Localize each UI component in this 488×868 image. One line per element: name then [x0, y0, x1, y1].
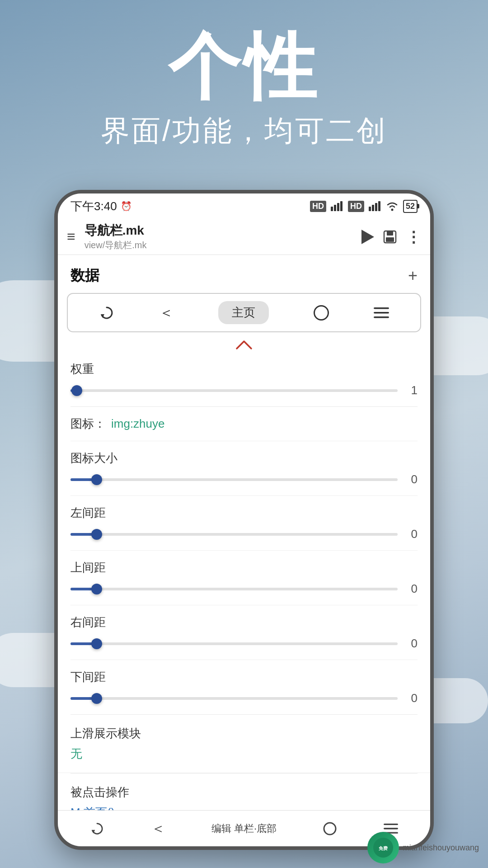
svg-rect-11	[387, 231, 393, 236]
weight-value: 1	[405, 383, 418, 397]
right-gap-value: 0	[405, 637, 418, 651]
slide-module-section: 上滑展示模块 无	[58, 715, 430, 773]
signal-bars-icon	[331, 201, 343, 211]
top-gap-row: 上间距 0	[70, 551, 418, 605]
svg-rect-19	[384, 823, 398, 825]
right-gap-row: 右间距 0	[70, 605, 418, 660]
top-gap-slider-row: 0	[70, 582, 418, 596]
right-gap-label: 右间距	[70, 614, 418, 630]
nav-home-item[interactable]: 主页	[218, 301, 269, 324]
section-title: 数据	[70, 266, 99, 286]
menu-button[interactable]: ≡	[67, 228, 75, 245]
data-section-header: 数据 +	[58, 255, 430, 293]
nav-back-item[interactable]: ＜	[159, 303, 174, 323]
svg-rect-4	[369, 207, 371, 211]
weight-slider[interactable]	[70, 389, 398, 392]
nav-menu-item[interactable]	[374, 307, 389, 319]
svg-rect-14	[374, 307, 389, 309]
icon-size-slider[interactable]	[70, 478, 398, 481]
svg-rect-3	[340, 201, 343, 211]
nav-refresh-item[interactable]	[99, 305, 114, 321]
bottom-gap-slider[interactable]	[70, 697, 398, 700]
top-gap-value: 0	[405, 582, 418, 596]
save-button[interactable]	[383, 230, 397, 244]
chevron-up-indicator	[58, 336, 430, 352]
header-title-group: 导航栏.mk view/导航栏.mk	[84, 222, 361, 251]
svg-point-8	[391, 209, 393, 211]
chevron-up-icon	[235, 340, 253, 350]
bottom-gap-value: 0	[405, 691, 418, 705]
alarm-icon: ⏰	[121, 201, 132, 212]
battery-indicator: 52	[403, 200, 418, 213]
refresh-icon	[99, 305, 114, 321]
weight-label: 权重	[70, 361, 418, 377]
icon-label: 图标：	[70, 416, 106, 432]
right-gap-slider-row: 0	[70, 637, 418, 651]
weight-property-row: 权重 1	[70, 352, 418, 406]
watermark-site: mianfeishouyouwang	[403, 843, 479, 853]
icon-properties-section: 图标： img:zhuye 图标大小 0 左间距	[58, 407, 430, 714]
nav-circle-item[interactable]	[314, 305, 329, 321]
click-action-value[interactable]: M.首页()	[70, 805, 418, 810]
right-gap-slider[interactable]	[70, 642, 398, 645]
left-gap-value: 0	[405, 527, 418, 541]
signal-bars-icon2	[369, 201, 381, 211]
hero-main-title: 个性	[0, 27, 488, 107]
status-time: 下午3:40	[70, 198, 117, 214]
bottom-home-button[interactable]	[323, 821, 337, 836]
back-icon: ＜	[159, 303, 174, 323]
icon-label-row: 图标： img:zhuye	[70, 416, 418, 432]
phone-mockup: 下午3:40 ⏰ HD HD	[54, 190, 434, 850]
svg-rect-1	[334, 205, 336, 211]
svg-rect-6	[375, 203, 377, 211]
svg-point-18	[324, 823, 336, 835]
svg-rect-0	[331, 207, 333, 211]
bottom-nav-label: 编辑 单栏·底部	[211, 822, 277, 835]
header-actions: ⋮	[361, 228, 421, 246]
svg-rect-7	[378, 201, 380, 211]
left-gap-row: 左间距 0	[70, 496, 418, 551]
click-action-label: 被点击操作	[70, 784, 418, 800]
top-gap-slider[interactable]	[70, 588, 398, 590]
svg-marker-9	[361, 230, 374, 244]
icon-value[interactable]: img:zhuye	[111, 417, 165, 431]
svg-rect-5	[372, 205, 374, 211]
svg-rect-12	[386, 237, 394, 242]
icon-property-row: 图标： img:zhuye	[70, 407, 418, 441]
bottom-back-button[interactable]: ＜	[151, 819, 165, 839]
hero-subtitle: 界面/功能，均可二创	[0, 111, 488, 151]
more-button[interactable]: ⋮	[406, 228, 421, 246]
slide-module-value[interactable]: 无	[70, 746, 418, 762]
click-action-section: 被点击操作 M.首页()	[58, 774, 430, 810]
left-gap-label: 左间距	[70, 505, 418, 521]
signal-hd1: HD	[310, 201, 326, 212]
svg-rect-16	[374, 316, 389, 318]
app-header: ≡ 导航栏.mk view/导航栏.mk ⋮	[58, 219, 430, 255]
left-gap-slider-row: 0	[70, 527, 418, 541]
bottom-gap-label: 下间距	[70, 669, 418, 685]
nav-preview-box: ＜ 主页	[67, 293, 421, 332]
home-label: 主页	[218, 301, 269, 324]
watermark-logo: 免费	[367, 832, 399, 863]
add-data-button[interactable]: +	[408, 268, 418, 284]
bottom-refresh-button[interactable]	[90, 821, 104, 836]
signal-hd2: HD	[348, 201, 364, 212]
icon-size-row: 图标大小 0	[70, 441, 418, 496]
properties-section: 权重 1	[58, 352, 430, 406]
weight-slider-row: 1	[70, 383, 418, 397]
wifi-icon	[386, 201, 399, 211]
play-button[interactable]	[361, 230, 374, 244]
svg-rect-15	[374, 312, 389, 314]
svg-rect-2	[337, 203, 339, 211]
watermark: 免费 mianfeishouyouwang	[367, 832, 479, 863]
icon-size-slider-row: 0	[70, 472, 418, 486]
icon-size-label: 图标大小	[70, 450, 418, 466]
left-gap-slider[interactable]	[70, 533, 398, 536]
svg-text:免费: 免费	[378, 846, 388, 851]
app-title: 导航栏.mk	[84, 222, 361, 239]
status-bar: 下午3:40 ⏰ HD HD	[58, 193, 430, 219]
main-content: 数据 + ＜ 主页	[58, 255, 430, 810]
hero-section: 个性 界面/功能，均可二创	[0, 27, 488, 151]
app-subtitle: view/导航栏.mk	[84, 239, 361, 251]
bottom-gap-slider-row: 0	[70, 691, 418, 705]
